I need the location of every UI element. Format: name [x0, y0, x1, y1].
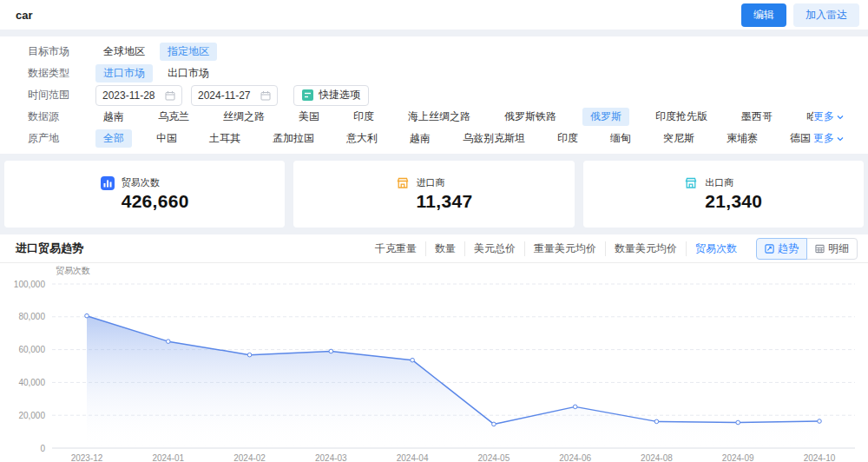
filter-option[interactable]: 出口市场: [160, 64, 217, 82]
data-point[interactable]: [736, 420, 740, 425]
calendar-icon: [260, 90, 271, 101]
trend-view-icon: [765, 244, 774, 254]
data-point[interactable]: [247, 353, 252, 357]
metric-tab[interactable]: 数量美元均价: [605, 241, 686, 256]
trend-header: 进口贸易趋势 千克重量数量美元总价重量美元均价数量美元均价贸易次数 趋势: [0, 234, 868, 263]
metric-tab[interactable]: 美元总价: [464, 241, 524, 256]
filter-label: 时间范围: [28, 88, 82, 102]
metric-tab[interactable]: 千克重量: [366, 241, 425, 256]
trend-panel: 进口贸易趋势 千克重量数量美元总价重量美元均价数量美元均价贸易次数 趋势: [0, 234, 868, 462]
filter-option[interactable]: 美国: [291, 108, 327, 126]
data-source-options: 越南乌克兰丝绸之路美国印度海上丝绸之路俄罗斯铁路俄罗斯印度抢先版墨西哥哈萨克斯坦…: [95, 108, 813, 126]
filter-option[interactable]: 全球地区: [95, 43, 153, 61]
filter-option[interactable]: 全部: [95, 129, 132, 148]
filter-row-data-source: 数据源 越南乌克兰丝绸之路美国印度海上丝绸之路俄罗斯铁路俄罗斯印度抢先版墨西哥哈…: [28, 106, 844, 128]
start-date-input[interactable]: 2023-11-28: [95, 85, 182, 106]
trend-chart: 贸易次数020,00040,00060,00080,000100,0002023…: [7, 263, 861, 462]
x-tick-label: 2023-12: [71, 453, 103, 462]
y-tick-label: 100,000: [14, 280, 46, 289]
data-point[interactable]: [411, 358, 415, 362]
y-axis-unit-label: 贸易次数: [56, 266, 90, 275]
filter-label: 原产地: [28, 131, 82, 146]
filter-option[interactable]: 印度: [345, 108, 382, 126]
filter-option[interactable]: 中国: [148, 129, 185, 148]
exporter-icon: [684, 176, 698, 190]
filter-option[interactable]: 指定地区: [160, 43, 217, 61]
data-point[interactable]: [492, 422, 496, 426]
edit-button[interactable]: 编辑: [741, 3, 786, 27]
data-point[interactable]: [329, 349, 333, 353]
y-tick-label: 60,000: [18, 345, 45, 354]
y-tick-label: 40,000: [18, 378, 45, 387]
filter-option[interactable]: 俄罗斯: [582, 108, 629, 126]
data-type-options: 进口市场出口市场: [95, 64, 844, 82]
data-point[interactable]: [654, 419, 659, 424]
filter-option[interactable]: 土耳其: [201, 129, 248, 148]
filter-option[interactable]: 乌兹别克斯坦: [455, 129, 533, 148]
filter-option[interactable]: 越南: [95, 108, 132, 126]
origin-more-link[interactable]: 更多: [813, 131, 844, 146]
filter-option[interactable]: 柬埔寨: [719, 129, 766, 148]
metric-tabs: 千克重量数量美元总价重量美元均价数量美元均价贸易次数: [366, 241, 746, 256]
filter-option[interactable]: 德国: [782, 129, 813, 148]
filter-option[interactable]: 突尼斯: [655, 129, 702, 148]
filter-option[interactable]: 俄罗斯铁路: [496, 108, 564, 126]
chevron-down-icon: [837, 135, 844, 142]
metric-tab[interactable]: 重量美元均价: [524, 241, 605, 256]
view-trend-button[interactable]: 趋势: [756, 238, 807, 260]
bar-chart-icon: [101, 176, 115, 190]
end-date-value: 2024-11-27: [198, 89, 251, 102]
y-tick-label: 80,000: [18, 312, 45, 321]
data-source-more-link[interactable]: 更多: [813, 109, 844, 124]
filter-option[interactable]: 孟加拉国: [265, 129, 322, 148]
x-tick-label: 2024-04: [397, 453, 429, 462]
data-point[interactable]: [85, 314, 89, 318]
y-tick-label: 20,000: [18, 411, 45, 420]
metric-tab[interactable]: 数量: [425, 241, 464, 256]
stat-label: 进口商: [417, 176, 473, 189]
filter-option[interactable]: 印度抢先版: [648, 108, 715, 126]
target-market-options: 全球地区指定地区: [95, 43, 844, 61]
filter-label: 数据类型: [28, 66, 82, 81]
filter-row-time-range: 时间范围 2023-11-28 2024-11-27 快捷选项: [28, 84, 844, 106]
view-toggle: 趋势 明细: [756, 238, 858, 260]
x-tick-label: 2024-09: [722, 453, 754, 462]
more-label: 更多: [813, 109, 834, 124]
filter-option[interactable]: 缅甸: [602, 129, 639, 148]
view-detail-button[interactable]: 明细: [806, 238, 858, 260]
x-tick-label: 2024-03: [315, 453, 347, 462]
stat-label: 出口商: [705, 176, 762, 189]
data-point[interactable]: [818, 419, 822, 424]
filter-panel: 目标市场 全球地区指定地区 数据类型 进口市场出口市场 时间范围 2023-11…: [0, 36, 868, 154]
end-date-input[interactable]: 2024-11-27: [191, 85, 278, 106]
trend-title: 进口贸易趋势: [16, 241, 83, 256]
top-bar: car 编辑 加入雷达: [0, 0, 868, 30]
top-actions: 编辑 加入雷达: [741, 3, 859, 27]
filter-row-data-type: 数据类型 进口市场出口市场: [28, 63, 844, 84]
stat-card-importers: 进口商 11,347: [293, 161, 574, 228]
filter-option[interactable]: 印度: [549, 129, 586, 148]
filter-option[interactable]: 越南: [402, 129, 438, 148]
data-point[interactable]: [166, 340, 170, 344]
filter-option[interactable]: 进口市场: [95, 64, 153, 82]
metric-tab[interactable]: 贸易次数: [686, 241, 746, 256]
page-title: car: [16, 9, 33, 22]
view-detail-label: 明细: [828, 241, 849, 256]
filter-option[interactable]: 哈萨克斯坦: [799, 108, 813, 126]
more-label: 更多: [813, 131, 834, 146]
quick-options-icon: [302, 89, 313, 101]
trend-chart-area: 贸易次数020,00040,00060,00080,000100,0002023…: [0, 263, 868, 462]
data-point[interactable]: [573, 405, 577, 409]
filter-option[interactable]: 海上丝绸之路: [400, 108, 478, 126]
calendar-icon: [165, 90, 175, 101]
filter-option[interactable]: 意大利: [339, 129, 385, 148]
stat-card-trade-count: 贸易次数 426,660: [4, 161, 285, 228]
filter-option[interactable]: 墨西哥: [733, 108, 780, 126]
quick-options-button[interactable]: 快捷选项: [293, 85, 369, 106]
y-tick-label: 0: [40, 444, 45, 453]
filter-option[interactable]: 丝绸之路: [215, 108, 273, 126]
x-tick-label: 2024-10: [804, 453, 836, 462]
filter-option[interactable]: 乌克兰: [150, 108, 197, 126]
stat-label: 贸易次数: [122, 176, 189, 189]
add-radar-button[interactable]: 加入雷达: [793, 3, 859, 27]
